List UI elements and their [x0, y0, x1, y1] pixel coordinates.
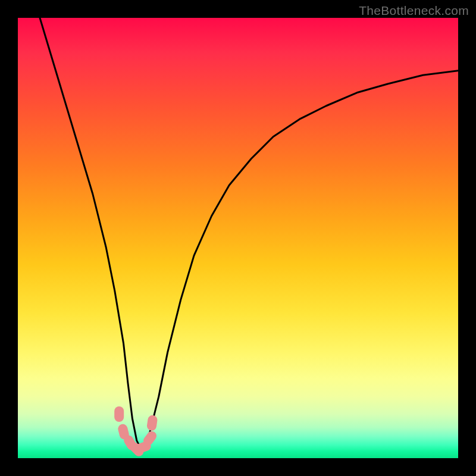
marker-layer	[18, 18, 458, 458]
curve-marker	[146, 415, 158, 431]
chart-frame: TheBottleneck.com	[0, 0, 476, 476]
curve-marker	[114, 406, 124, 422]
watermark-text: TheBottleneck.com	[359, 4, 469, 18]
plot-area	[18, 18, 458, 458]
